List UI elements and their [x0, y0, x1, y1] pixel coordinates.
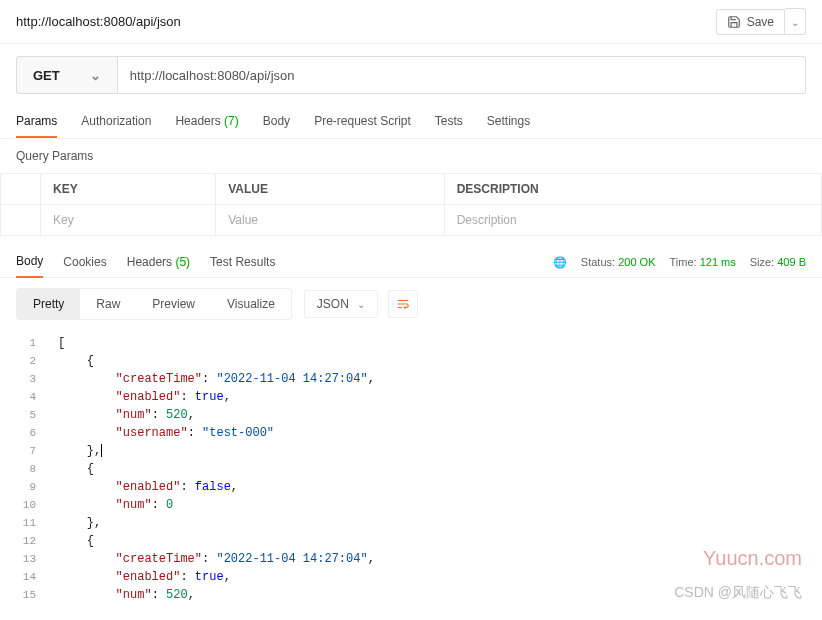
- wrap-icon: [395, 297, 411, 311]
- size-block[interactable]: Size: 409 B: [750, 256, 806, 268]
- tab-authorization[interactable]: Authorization: [81, 106, 151, 138]
- code-line: 9 "enabled": false,: [0, 478, 822, 496]
- resp-tab-cookies[interactable]: Cookies: [63, 247, 106, 277]
- line-text: "num": 0: [50, 498, 173, 512]
- code-line: 11 },: [0, 514, 822, 532]
- topbar: http://localhost:8080/api/json Save ⌄: [0, 0, 822, 44]
- tab-prerequest[interactable]: Pre-request Script: [314, 106, 411, 138]
- line-number: 4: [0, 391, 50, 403]
- time-block[interactable]: Time: 121 ms: [669, 256, 735, 268]
- tab-tests[interactable]: Tests: [435, 106, 463, 138]
- line-text: "enabled": true,: [50, 390, 231, 404]
- line-number: 6: [0, 427, 50, 439]
- view-toolbar: Pretty Raw Preview Visualize JSON ⌄: [0, 278, 822, 330]
- table-row: Key Value Description: [1, 205, 822, 236]
- line-text: },: [50, 444, 102, 458]
- key-input[interactable]: Key: [41, 205, 216, 236]
- resp-tab-headers[interactable]: Headers (5): [127, 247, 190, 277]
- line-text: "createTime": "2022-11-04 14:27:04",: [50, 372, 375, 386]
- view-raw[interactable]: Raw: [80, 289, 136, 319]
- code-line: 13 "createTime": "2022-11-04 14:27:04",: [0, 550, 822, 568]
- save-dropdown-button[interactable]: ⌄: [785, 8, 806, 35]
- code-line: 1[: [0, 334, 822, 352]
- resp-tab-testresults[interactable]: Test Results: [210, 247, 275, 277]
- row-checkbox[interactable]: [1, 205, 41, 236]
- format-selector[interactable]: JSON ⌄: [304, 290, 378, 318]
- col-checkbox: [1, 174, 41, 205]
- resp-tab-body[interactable]: Body: [16, 246, 43, 278]
- save-button[interactable]: Save: [716, 9, 785, 35]
- value-input[interactable]: Value: [216, 205, 444, 236]
- save-label: Save: [747, 15, 774, 29]
- response-tabs: Body Cookies Headers (5) Test Results 🌐 …: [0, 236, 822, 278]
- line-number: 8: [0, 463, 50, 475]
- url-input[interactable]: http://localhost:8080/api/json: [118, 56, 806, 94]
- line-number: 10: [0, 499, 50, 511]
- code-line: 2 {: [0, 352, 822, 370]
- format-label: JSON: [317, 297, 349, 311]
- line-number: 9: [0, 481, 50, 493]
- line-text: "num": 520,: [50, 588, 195, 602]
- wrap-button[interactable]: [388, 290, 418, 318]
- line-number: 15: [0, 589, 50, 601]
- line-number: 11: [0, 517, 50, 529]
- code-line: 15 "num": 520,: [0, 586, 822, 604]
- code-line: 4 "enabled": true,: [0, 388, 822, 406]
- request-row: GET ⌄ http://localhost:8080/api/json: [0, 44, 822, 106]
- chevron-down-icon: ⌄: [791, 17, 799, 28]
- desc-input[interactable]: Description: [444, 205, 821, 236]
- response-body-code[interactable]: 1[2 {3 "createTime": "2022-11-04 14:27:0…: [0, 330, 822, 608]
- tab-headers[interactable]: Headers (7): [175, 106, 238, 138]
- code-line: 14 "enabled": true,: [0, 568, 822, 586]
- col-value: VALUE: [216, 174, 444, 205]
- chevron-down-icon: ⌄: [357, 299, 365, 310]
- response-meta: 🌐 Status: 200 OK Time: 121 ms Size: 409 …: [553, 256, 806, 269]
- code-line: 8 {: [0, 460, 822, 478]
- view-pretty[interactable]: Pretty: [17, 289, 80, 319]
- view-visualize[interactable]: Visualize: [211, 289, 291, 319]
- line-number: 13: [0, 553, 50, 565]
- code-line: 6 "username": "test-000": [0, 424, 822, 442]
- tab-body[interactable]: Body: [263, 106, 290, 138]
- tab-settings[interactable]: Settings: [487, 106, 530, 138]
- code-line: 12 {: [0, 532, 822, 550]
- method-label: GET: [33, 68, 60, 83]
- query-params-heading: Query Params: [0, 139, 822, 173]
- line-text: {: [50, 354, 94, 368]
- line-number: 7: [0, 445, 50, 457]
- line-text: "username": "test-000": [50, 426, 274, 440]
- line-number: 3: [0, 373, 50, 385]
- code-line: 3 "createTime": "2022-11-04 14:27:04",: [0, 370, 822, 388]
- line-text: {: [50, 534, 94, 548]
- code-line: 7 },: [0, 442, 822, 460]
- view-mode-segment: Pretty Raw Preview Visualize: [16, 288, 292, 320]
- line-text: [: [50, 336, 65, 350]
- status-block[interactable]: Status: 200 OK: [581, 256, 656, 268]
- line-text: "enabled": true,: [50, 570, 231, 584]
- code-line: 5 "num": 520,: [0, 406, 822, 424]
- params-table: KEY VALUE DESCRIPTION Key Value Descript…: [0, 173, 822, 236]
- line-number: 12: [0, 535, 50, 547]
- globe-icon[interactable]: 🌐: [553, 256, 567, 269]
- method-selector[interactable]: GET ⌄: [16, 56, 118, 94]
- save-icon: [727, 15, 741, 29]
- line-text: },: [50, 516, 101, 530]
- line-number: 2: [0, 355, 50, 367]
- col-desc: DESCRIPTION: [444, 174, 821, 205]
- line-number: 5: [0, 409, 50, 421]
- code-line: 10 "num": 0: [0, 496, 822, 514]
- line-text: "createTime": "2022-11-04 14:27:04",: [50, 552, 375, 566]
- line-number: 14: [0, 571, 50, 583]
- tab-params[interactable]: Params: [16, 106, 57, 138]
- col-key: KEY: [41, 174, 216, 205]
- request-tabs: Params Authorization Headers (7) Body Pr…: [0, 106, 822, 139]
- line-text: "num": 520,: [50, 408, 195, 422]
- request-title: http://localhost:8080/api/json: [16, 14, 716, 29]
- line-number: 1: [0, 337, 50, 349]
- chevron-down-icon: ⌄: [90, 68, 101, 83]
- line-text: "enabled": false,: [50, 480, 238, 494]
- url-value: http://localhost:8080/api/json: [130, 68, 295, 83]
- line-text: {: [50, 462, 94, 476]
- view-preview[interactable]: Preview: [136, 289, 211, 319]
